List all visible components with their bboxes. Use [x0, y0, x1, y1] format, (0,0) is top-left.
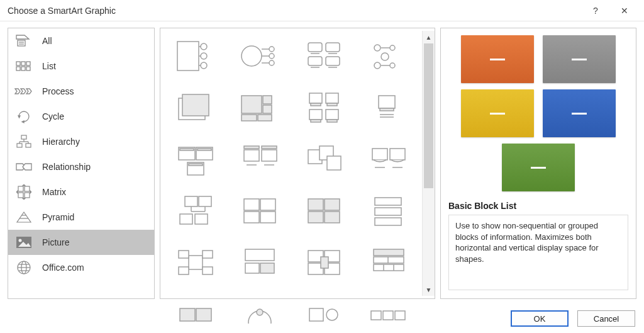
svg-rect-95 [197, 149, 211, 150]
gallery-item[interactable] [228, 186, 291, 236]
gallery-item[interactable] [292, 237, 355, 288]
svg-marker-14 [18, 116, 20, 118]
gallery-item[interactable] [228, 237, 291, 288]
category-pyramid[interactable]: Pyramid [8, 205, 154, 230]
help-button[interactable]: ? [581, 0, 610, 21]
category-list[interactable]: List [8, 54, 154, 79]
gallery-item[interactable] [292, 82, 355, 133]
category-label: Matrix [42, 187, 66, 197]
gallery-item[interactable] [164, 289, 227, 333]
svg-rect-1 [18, 40, 25, 46]
category-list-panel: All List Process [8, 28, 155, 299]
gallery-item[interactable] [292, 134, 355, 184]
svg-rect-151 [309, 308, 323, 321]
gallery-grid [164, 31, 422, 296]
svg-marker-13 [22, 121, 24, 123]
gallery-item[interactable] [164, 134, 227, 184]
svg-rect-43 [177, 42, 199, 71]
gallery-item[interactable] [164, 31, 227, 81]
gallery-item[interactable] [357, 289, 419, 333]
svg-rect-98 [244, 150, 259, 161]
gallery-item[interactable] [292, 186, 355, 236]
svg-rect-96 [189, 164, 203, 166]
svg-rect-21 [26, 144, 31, 147]
gallery-item[interactable] [357, 186, 419, 236]
gallery-item[interactable] [292, 289, 355, 333]
svg-rect-129 [179, 251, 189, 258]
category-label: Picture [42, 237, 70, 247]
gallery-item[interactable] [357, 31, 419, 81]
svg-point-45 [201, 53, 207, 59]
preview-block [543, 89, 616, 137]
close-button[interactable]: ✕ [610, 0, 639, 21]
gallery-item[interactable] [228, 82, 291, 133]
preview-description-box: Use to show non-sequential or grouped bl… [448, 215, 628, 290]
gallery-item[interactable] [164, 186, 227, 236]
relationship-icon [14, 159, 33, 174]
cancel-button[interactable]: Cancel [577, 310, 635, 327]
scroll-down-icon[interactable]: ▼ [423, 283, 435, 296]
gallery-item[interactable] [357, 134, 419, 184]
category-process[interactable]: Process [8, 79, 154, 104]
svg-point-67 [390, 45, 395, 50]
matrix-icon [14, 184, 33, 200]
gallery-item[interactable] [164, 237, 227, 288]
svg-marker-0 [16, 35, 29, 39]
category-hierarchy[interactable]: Hierarchy [8, 129, 154, 154]
category-officecom[interactable]: Office.com [8, 255, 154, 280]
svg-rect-73 [182, 94, 209, 116]
category-cycle[interactable]: Cycle [8, 104, 154, 129]
svg-marker-29 [23, 198, 25, 200]
svg-rect-120 [260, 212, 275, 223]
svg-point-65 [374, 45, 380, 51]
svg-rect-78 [258, 115, 272, 121]
svg-rect-74 [242, 96, 262, 113]
svg-marker-10 [15, 89, 20, 94]
gallery-item[interactable] [357, 237, 419, 288]
category-label: Pyramid [42, 212, 74, 222]
svg-rect-153 [371, 311, 381, 320]
svg-rect-119 [244, 212, 259, 223]
ok-button[interactable]: OK [511, 310, 569, 327]
dialog-footer: OK Cancel [511, 310, 635, 327]
category-relationship[interactable]: Relationship [8, 154, 154, 179]
scrollbar-thumb[interactable] [424, 43, 433, 188]
svg-rect-6 [26, 62, 30, 65]
scroll-up-icon[interactable]: ▲ [423, 31, 435, 43]
category-picture[interactable]: Picture [8, 230, 154, 255]
category-all[interactable]: All [8, 28, 154, 54]
gallery-item[interactable] [292, 31, 355, 81]
svg-rect-133 [245, 249, 274, 261]
svg-rect-116 [195, 214, 208, 224]
gallery-item[interactable] [228, 134, 291, 184]
svg-rect-126 [375, 208, 401, 215]
svg-rect-94 [180, 149, 194, 150]
scrollbar-track[interactable] [423, 43, 435, 283]
svg-rect-88 [380, 108, 394, 111]
svg-marker-30 [16, 191, 18, 193]
svg-rect-107 [390, 149, 405, 160]
picture-icon [14, 235, 33, 250]
svg-rect-122 [325, 199, 340, 210]
svg-rect-144 [374, 264, 404, 271]
category-label: Cycle [42, 111, 64, 121]
svg-rect-121 [308, 199, 323, 210]
svg-rect-4 [16, 62, 20, 65]
gallery-item[interactable] [228, 289, 291, 333]
svg-rect-76 [263, 105, 272, 113]
gallery-item[interactable] [164, 82, 227, 133]
gallery-item[interactable] [228, 31, 291, 81]
svg-point-68 [381, 53, 389, 60]
gallery-item[interactable] [357, 82, 419, 133]
gallery-scrollbar[interactable]: ▲ ▼ [422, 31, 435, 296]
svg-point-69 [374, 62, 380, 69]
category-matrix[interactable]: Matrix [8, 179, 154, 205]
svg-rect-135 [260, 263, 274, 273]
svg-rect-111 [199, 196, 211, 206]
svg-marker-28 [23, 184, 25, 186]
svg-rect-77 [242, 115, 257, 121]
svg-rect-58 [326, 43, 340, 52]
globe-icon [14, 260, 33, 275]
pyramid-icon [14, 210, 33, 225]
svg-point-52 [269, 47, 274, 52]
